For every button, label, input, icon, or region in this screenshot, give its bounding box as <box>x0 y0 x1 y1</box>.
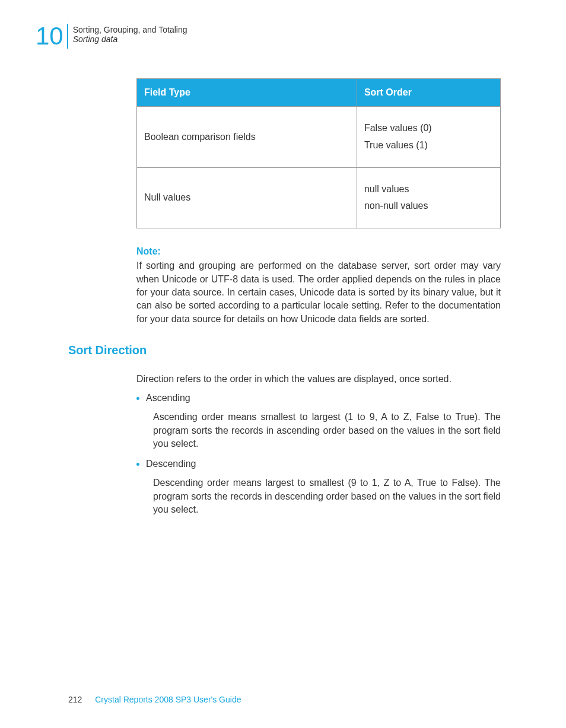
sort-order-table: Field Type Sort Order Boolean comparison… <box>136 78 501 228</box>
chapter-divider <box>67 24 68 49</box>
page-number: 212 <box>68 695 82 704</box>
content-area: Field Type Sort Order Boolean comparison… <box>136 78 501 326</box>
list-item: Ascending Ascending order means smallest… <box>146 393 501 450</box>
table-row: Boolean comparison fields False values (… <box>137 107 501 168</box>
table-cell-field-type: Boolean comparison fields <box>137 107 357 168</box>
chapter-title: Sorting, Grouping, and Totaling <box>73 25 187 34</box>
bullet-list: Ascending Ascending order means smallest… <box>136 393 501 516</box>
page-footer: 212 Crystal Reports 2008 SP3 User's Guid… <box>68 695 241 704</box>
bullet-description: Descending order means largest to smalle… <box>153 476 501 516</box>
chapter-number: 10 <box>36 24 63 49</box>
section-intro: Direction refers to the order in which t… <box>136 374 501 384</box>
section-content: Direction refers to the order in which t… <box>136 374 501 516</box>
bullet-label: Descending <box>146 459 501 469</box>
bullet-description: Ascending order means smallest to larges… <box>153 411 501 450</box>
list-item: Descending Descending order means larges… <box>146 459 501 516</box>
chapter-subtitle: Sorting data <box>73 34 187 44</box>
bullet-icon <box>136 463 139 466</box>
cell-line: null values <box>364 181 493 198</box>
note-text: If sorting and grouping are performed on… <box>136 259 501 326</box>
table-cell-sort-order: False values (0) True values (1) <box>357 107 500 168</box>
table-header-row: Field Type Sort Order <box>137 79 501 107</box>
table-header-field-type: Field Type <box>137 79 357 107</box>
bullet-icon <box>136 397 139 400</box>
table-cell-sort-order: null values non-null values <box>357 167 500 228</box>
page-header: 10 Sorting, Grouping, and Totaling Sorti… <box>36 24 530 49</box>
table-cell-field-type: Null values <box>137 167 357 228</box>
section-heading-sort-direction: Sort Direction <box>68 344 530 357</box>
table-row: Null values null values non-null values <box>137 167 501 228</box>
cell-line: False values (0) <box>364 120 493 137</box>
cell-line: non-null values <box>364 198 493 215</box>
bullet-label: Ascending <box>146 393 501 403</box>
footer-doc-title: Crystal Reports 2008 SP3 User's Guide <box>95 695 241 704</box>
table-header-sort-order: Sort Order <box>357 79 500 107</box>
note-label: Note: <box>136 246 501 257</box>
cell-line: True values (1) <box>364 137 493 154</box>
chapter-titles: Sorting, Grouping, and Totaling Sorting … <box>73 24 187 44</box>
